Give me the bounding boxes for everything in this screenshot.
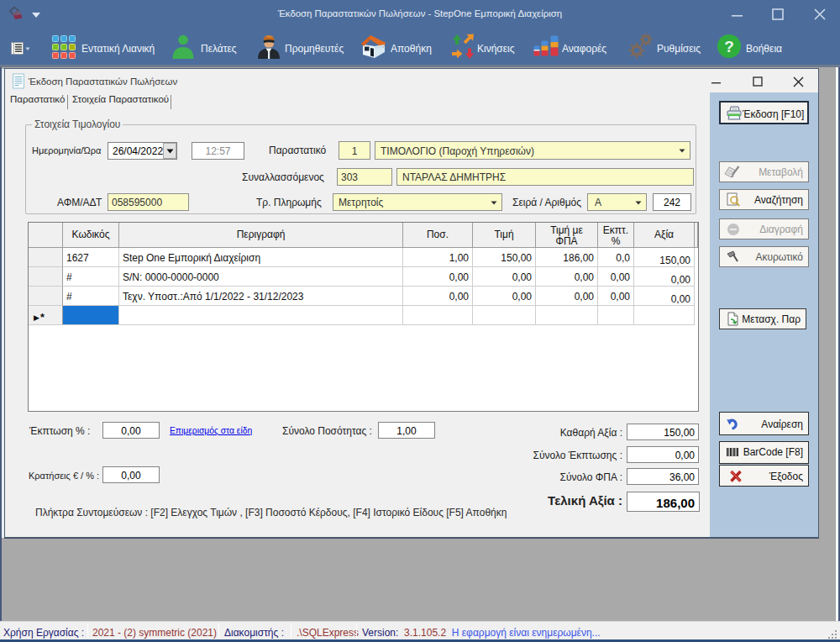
svg-text:?: ? xyxy=(724,38,734,55)
